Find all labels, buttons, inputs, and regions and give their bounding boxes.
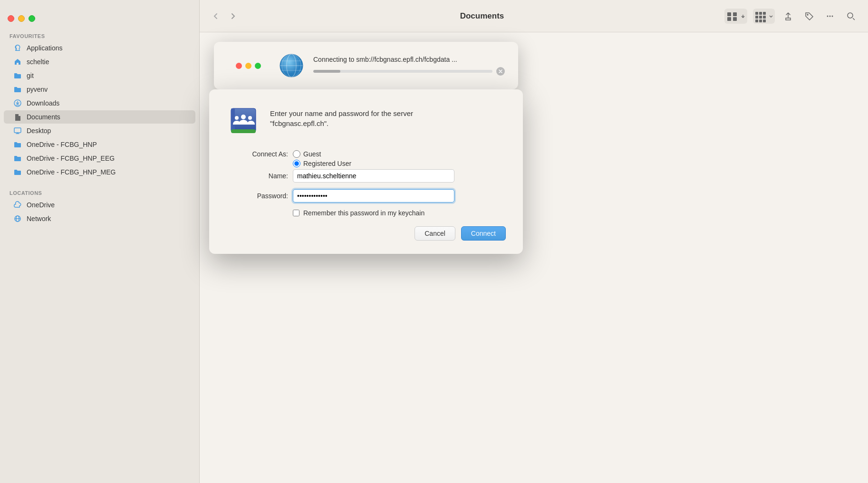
svg-point-33 [248,116,252,120]
name-row: Name: [226,169,506,183]
name-label: Name: [226,172,288,180]
sidebar-item-pyvenv-label: pyvenv [27,86,48,93]
server-icon [226,105,260,139]
toolbar: Documents [200,0,868,32]
sidebar-item-applications[interactable]: Applications [4,41,195,55]
password-label: Password: [226,192,288,200]
connecting-dialog: Connecting to smb://fcbgnasc.epfl.ch/fcb… [214,42,518,89]
more-button[interactable] [822,9,838,24]
svg-rect-11 [763,12,766,15]
connecting-label: Connecting to smb://fcbgnasc.epfl.ch/fcb… [313,56,505,63]
guest-radio-option[interactable]: Guest [293,150,321,158]
sidebar-item-documents[interactable]: Documents [4,110,195,124]
keychain-checkbox[interactable] [293,210,299,216]
locations-section-label: Locations [0,184,199,198]
svg-rect-17 [763,19,766,22]
svg-rect-8 [733,17,737,21]
desktop-icon [13,126,22,135]
svg-point-20 [829,15,831,17]
svg-rect-7 [727,17,731,21]
sidebar-item-git-label: git [27,72,34,79]
sidebar-item-network[interactable]: Network [4,212,195,225]
svg-rect-13 [759,16,762,19]
svg-rect-34 [231,129,256,133]
window-title: Documents [247,11,717,21]
doc-icon [13,113,22,121]
svg-point-32 [235,116,239,120]
progress-cancel-button[interactable] [496,67,505,76]
search-button[interactable] [843,9,858,24]
folder-icon-pyvenv [13,85,22,94]
sidebar-item-onedrive-label: OneDrive [27,201,55,209]
back-button[interactable] [209,10,222,23]
svg-rect-6 [733,12,737,16]
dialog-close-button[interactable] [236,63,242,69]
auth-dialog: Enter your name and password for the ser… [209,89,523,254]
password-input[interactable] [293,189,454,203]
dialog-fullscreen-button[interactable] [255,63,261,69]
globe-icon [279,53,304,78]
sidebar-item-desktop[interactable]: Desktop [4,124,195,137]
svg-rect-30 [231,108,235,132]
name-input[interactable] [293,169,454,183]
sidebar-item-git[interactable]: git [4,69,195,82]
sidebar-item-onedrive-hnp-eeg-label: OneDrive - FCBG_HNP_EEG [27,155,115,162]
svg-point-21 [832,15,833,17]
tag-button[interactable] [801,9,817,24]
folder-icon-onedrive-hnp [13,140,22,149]
sidebar-item-scheltie-label: scheltie [27,58,49,66]
sidebar-item-onedrive[interactable]: OneDrive [4,198,195,212]
dialog-minimize-button[interactable] [245,63,251,69]
sidebar-item-pyvenv[interactable]: pyvenv [4,83,195,96]
svg-rect-10 [759,12,762,15]
registered-user-row: Registered User [226,160,506,167]
auth-form: Connect As: Guest Registered User Name: [226,150,506,241]
download-icon [13,99,22,107]
sidebar-item-onedrive-hnp-meg[interactable]: OneDrive - FCBG_HNP_MEG [4,165,195,179]
minimize-button[interactable] [18,15,25,22]
dialog-traffic-lights [227,56,270,76]
share-button[interactable] [781,9,796,24]
progress-bar [313,70,492,73]
auth-header: Enter your name and password for the ser… [226,105,506,139]
nav-buttons [209,10,240,23]
sidebar-item-downloads[interactable]: Downloads [4,97,195,110]
close-button[interactable] [8,15,14,22]
sidebar-item-onedrive-hnp-eeg[interactable]: OneDrive - FCBG_HNP_EEG [4,152,195,165]
registered-user-radio[interactable] [293,160,300,167]
button-row: Cancel Connect [226,226,506,241]
main-content: Documents [200,0,868,483]
network-icon [13,214,22,223]
folder-icon-git [13,71,22,80]
auth-title: Enter your name and password for the ser… [270,105,413,128]
keychain-row: Remember this password in my keychain [226,209,506,217]
folder-icon-onedrive-eeg [13,154,22,163]
sidebar-item-network-label: Network [27,215,51,222]
svg-rect-12 [755,16,758,19]
fullscreen-button[interactable] [29,15,35,22]
svg-point-19 [827,15,829,17]
connect-as-label: Connect As: [226,150,288,158]
svg-rect-15 [755,19,758,22]
folder-icon-onedrive-meg [13,168,22,176]
guest-radio[interactable] [293,150,300,158]
cancel-button[interactable]: Cancel [415,226,455,241]
connecting-text: Connecting to smb://fcbgnasc.epfl.ch/fcb… [313,56,505,76]
favourites-section-label: Favourites [0,28,199,41]
guest-label: Guest [303,150,321,158]
registered-user-radio-option[interactable]: Registered User [293,160,351,167]
rocket-icon [13,44,22,52]
view-mode-toggle[interactable] [753,9,775,24]
forward-button[interactable] [226,10,240,23]
progress-container [313,67,505,76]
sidebar-item-onedrive-hnp[interactable]: OneDrive - FCBG_HNP [4,138,195,151]
svg-point-31 [241,115,246,119]
traffic-lights [0,10,199,28]
svg-rect-16 [759,19,762,22]
sidebar-item-scheltie[interactable]: scheltie [4,55,195,68]
cloud-icon [13,201,22,209]
view-toggle[interactable] [724,9,747,24]
connect-button[interactable]: Connect [461,226,506,241]
sidebar-item-documents-label: Documents [27,113,60,121]
toolbar-actions [724,9,858,24]
